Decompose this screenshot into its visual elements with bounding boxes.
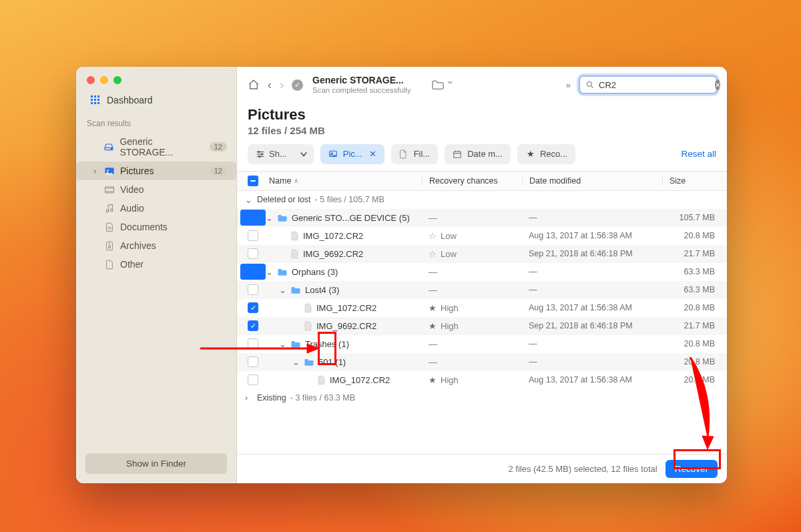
page-subtitle: 12 files / 254 MB xyxy=(248,125,716,136)
section-header[interactable]: ⌄Deleted or lost - 5 files / 105.7 MB xyxy=(237,191,727,209)
maximize-window[interactable] xyxy=(113,76,121,84)
chevron-down-icon: ⌄ xyxy=(245,195,253,205)
table-row[interactable]: ⌄501 (1)——20.8 MB xyxy=(237,353,727,371)
table-row[interactable]: IMG_1072.CR2☆LowAug 13, 2017 at 1:56:38 … xyxy=(237,227,727,245)
sidebar-item-video[interactable]: Video xyxy=(76,180,236,199)
chevron-down-icon[interactable]: ⌄ xyxy=(265,267,273,277)
row-checkbox[interactable] xyxy=(248,338,258,349)
chevron-down-icon[interactable]: ⌄ xyxy=(292,357,300,367)
sidebar-item-archives[interactable]: Archives xyxy=(76,236,236,255)
col-name[interactable]: Name ∧ xyxy=(261,176,422,186)
toolbar: ‹ › ✓ Generic STORAGE... Scan completed … xyxy=(237,67,727,101)
clear-search-icon[interactable]: ✕ xyxy=(715,79,720,90)
file-icon xyxy=(317,375,326,385)
star-icon: ★ xyxy=(525,149,536,159)
sidebar-item-pictures[interactable]: ›Pictures12 xyxy=(76,162,236,180)
svg-rect-7 xyxy=(94,102,96,104)
count-badge: 12 xyxy=(210,142,227,152)
row-recovery: ★High xyxy=(422,321,522,331)
table-row[interactable]: ⌄Lost4 (3)——63.3 MB xyxy=(237,281,727,299)
table-row[interactable]: ⌄Orphans (3)——63.3 MB xyxy=(237,263,727,281)
table-row[interactable]: ⌄Generic STO...GE DEVICE (5)——105.7 MB xyxy=(237,209,727,227)
main-pane: ‹ › ✓ Generic STORAGE... Scan completed … xyxy=(237,67,727,483)
table-row[interactable]: IMG_1072.CR2★HighAug 13, 2017 at 1:56:38… xyxy=(237,371,727,389)
row-checkbox[interactable] xyxy=(248,284,258,295)
sidebar-item-label: Other xyxy=(120,259,144,270)
home-icon[interactable] xyxy=(248,79,260,91)
count-badge: 12 xyxy=(210,166,227,176)
sidebar-item-audio[interactable]: Audio xyxy=(76,199,236,218)
row-recovery: ☆Low xyxy=(422,231,522,241)
row-recovery: — xyxy=(422,285,522,295)
row-size: 20.8 MB xyxy=(662,357,719,366)
svg-point-29 xyxy=(261,153,262,154)
col-date[interactable]: Date modified xyxy=(522,176,662,186)
svg-rect-2 xyxy=(97,95,99,97)
table-row[interactable]: IMG_9692.CR2★HighSep 21, 2018 at 6:46:18… xyxy=(237,317,727,335)
row-checkbox[interactable] xyxy=(248,320,258,331)
chevron-right-icon: › xyxy=(245,393,253,403)
svg-rect-1 xyxy=(94,95,96,97)
row-recovery: — xyxy=(422,213,522,223)
chevron-down-icon[interactable]: ⌄ xyxy=(278,285,286,295)
filter-pictures-label: Pic... xyxy=(343,149,362,159)
sidebar: Dashboard Scan results Generic STORAGE..… xyxy=(76,67,237,483)
show-in-finder-button[interactable]: Show in Finder xyxy=(85,453,227,474)
svg-point-12 xyxy=(107,169,109,171)
row-checkbox[interactable] xyxy=(248,302,258,313)
close-window[interactable] xyxy=(87,76,95,84)
row-recovery: ☆Low xyxy=(422,249,522,259)
filter-filetype[interactable]: Fil... xyxy=(391,144,439,164)
svg-rect-3 xyxy=(91,99,93,101)
chevron-down-icon[interactable]: ⌄ xyxy=(278,339,286,349)
overflow-icon[interactable]: » xyxy=(566,80,571,90)
sidebar-item-documents[interactable]: Documents xyxy=(76,218,236,236)
row-checkbox[interactable] xyxy=(248,230,258,241)
reset-filters[interactable]: Reset all xyxy=(681,149,716,159)
table-row[interactable]: ⌄Trashes (1)——20.8 MB xyxy=(237,335,727,353)
search-field[interactable]: ✕ xyxy=(579,75,718,94)
nav-back[interactable]: ‹ xyxy=(268,78,272,92)
svg-rect-22 xyxy=(109,246,111,248)
row-checkbox[interactable] xyxy=(248,248,258,259)
minimize-window[interactable] xyxy=(100,76,108,84)
col-recovery[interactable]: Recovery chances xyxy=(422,176,522,186)
row-label: IMG_1072.CR2 xyxy=(303,231,363,241)
recover-button[interactable]: Recover xyxy=(665,460,718,478)
nav-forward[interactable]: › xyxy=(280,78,284,92)
chevron-down-icon[interactable]: ⌄ xyxy=(265,213,273,223)
filter-date[interactable]: Date m... xyxy=(445,144,511,164)
svg-rect-0 xyxy=(91,95,93,97)
row-label: IMG_9692.CR2 xyxy=(316,321,376,331)
svg-point-23 xyxy=(587,82,591,87)
filter-show[interactable]: Sh... xyxy=(248,144,314,164)
row-checkbox[interactable] xyxy=(248,374,258,385)
dashboard-label: Dashboard xyxy=(107,95,153,105)
folder-selector[interactable]: ˄˅ xyxy=(431,79,451,90)
svg-rect-8 xyxy=(97,102,99,104)
col-size[interactable]: Size xyxy=(662,176,719,186)
video-icon xyxy=(104,186,115,194)
search-input[interactable] xyxy=(599,80,711,90)
sidebar-dashboard[interactable]: Dashboard xyxy=(76,91,236,116)
row-date: — xyxy=(522,213,662,222)
table-row[interactable]: IMG_1072.CR2★HighAug 13, 2017 at 1:56:38… xyxy=(237,299,727,317)
select-all-checkbox[interactable] xyxy=(248,176,258,186)
section-header[interactable]: ›Existing - 3 files / 63.3 MB xyxy=(237,389,727,407)
svg-point-10 xyxy=(111,148,112,149)
svg-rect-33 xyxy=(454,152,461,158)
row-date: Sep 21, 2018 at 6:46:18 PM xyxy=(522,321,662,330)
row-label: Lost4 (3) xyxy=(305,285,339,295)
filter-bar: Sh... Pic... ✕ Fil... xyxy=(237,143,727,171)
folder-icon xyxy=(277,268,288,276)
sidebar-item-label: Documents xyxy=(120,222,168,232)
sidebar-item-other[interactable]: Other xyxy=(76,255,236,274)
folder-icon xyxy=(304,358,314,366)
filter-show-dropdown[interactable] xyxy=(294,144,314,164)
filter-pictures[interactable]: Pic... ✕ xyxy=(320,144,384,164)
sidebar-item-generic-storage-[interactable]: Generic STORAGE...12 xyxy=(76,132,236,162)
table-row[interactable]: IMG_9692.CR2☆LowSep 21, 2018 at 6:46:18 … xyxy=(237,245,727,263)
row-checkbox[interactable] xyxy=(248,356,258,367)
filter-recovery[interactable]: ★ Reco... xyxy=(517,144,575,164)
close-icon[interactable]: ✕ xyxy=(369,149,376,159)
